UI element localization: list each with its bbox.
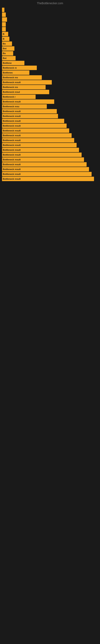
bar-label: Bottleneck result: [3, 100, 21, 103]
bar: Bottleneck result: [2, 143, 77, 147]
bar-label: Bottleneck result: [3, 154, 21, 156]
bar-row: [2, 12, 100, 17]
bar-row: Bottleneck res: [2, 75, 100, 80]
bar-label: Bottleneck result: [3, 173, 21, 175]
bar: Bot: [2, 56, 16, 60]
bar: Bottleneck result: [2, 100, 54, 104]
bar-row: Bottleneck result: [2, 80, 100, 84]
bar-row: Bottleneck result: [2, 114, 100, 118]
bar: [2, 12, 6, 17]
bar-row: Bot: [2, 46, 100, 51]
bar-label: Bottleneck result: [3, 149, 21, 151]
bar: Bottleneck result: [2, 177, 94, 181]
bar: Bottleneck result: [2, 162, 87, 167]
bar-row: Bottlenec: [2, 70, 100, 75]
bars-container: BBBoBotBoBotBottleneBottleneck reBottlen…: [0, 6, 100, 184]
bar-row: B: [2, 32, 100, 36]
bar-row: Bot: [2, 56, 100, 60]
bar-row: Bottleneck result: [2, 128, 100, 133]
bar-row: Bottleneck result: [2, 143, 100, 147]
bar: Bo: [2, 42, 12, 46]
bar-row: Bottleneck result: [2, 162, 100, 167]
bar-row: Bottleneck result: [2, 148, 100, 152]
bar-row: Bottlene: [2, 61, 100, 65]
bar-row: Bottleneck result: [2, 100, 100, 104]
bar-label: Bottleneck result: [3, 124, 21, 127]
bar-label: Bottleneck resul: [3, 91, 20, 93]
bar-row: [2, 17, 100, 22]
bar: Bottleneck res: [2, 75, 42, 80]
bar-label: Bottleneck result: [3, 120, 21, 122]
bar: [2, 17, 7, 22]
bar-label: Bottleneck result: [3, 178, 21, 180]
bar-label: Bo: [3, 42, 6, 45]
bar: [2, 27, 6, 32]
bar-row: Bottleneck resu: [2, 104, 100, 109]
bar: Bottleneck result: [2, 133, 72, 138]
bar-label: Bottleneck result: [3, 163, 21, 166]
bar-label: Bottleneck result: [3, 81, 21, 84]
bar-row: Bottleneck result: [2, 109, 100, 114]
bar: Bottleneck r: [2, 94, 36, 99]
bar-row: Bottleneck result: [2, 158, 100, 162]
bar-label: Bottleneck result: [3, 130, 21, 132]
bar-row: Bottleneck res: [2, 85, 100, 89]
bar-label: Bottleneck result: [3, 144, 21, 146]
bar: Bottleneck result: [2, 167, 89, 172]
bar-row: Bottleneck result: [2, 133, 100, 138]
bar-row: Bo: [2, 51, 100, 56]
bar-label: Bottleneck result: [3, 110, 21, 112]
bar: Bottleneck result: [2, 172, 92, 176]
bar-label: Bo: [3, 52, 6, 54]
site-title: TheBottlenecker.com: [0, 0, 100, 6]
bar: Bottleneck re: [2, 66, 37, 70]
bar: Bottleneck result: [2, 128, 69, 133]
bar: Bottleneck resu: [2, 104, 47, 109]
bar-label: Bottleneck res: [3, 86, 18, 88]
bar: [2, 22, 6, 26]
bar-label: Bottleneck result: [3, 115, 21, 117]
bar: Bottlene: [2, 61, 24, 65]
bar: Bottleneck result: [2, 152, 82, 157]
bar-row: Bottleneck result: [2, 172, 100, 176]
bar-row: Bottleneck result: [2, 138, 100, 142]
bar-label: Bottleneck result: [3, 168, 21, 170]
bar-label: Bottleneck resu: [3, 105, 19, 108]
bar: B: [2, 32, 8, 36]
bar-row: Bottleneck result: [2, 152, 100, 157]
bar: [2, 8, 4, 12]
bar-label: Bottlene: [3, 62, 12, 64]
bar-row: Bottleneck resul: [2, 90, 100, 94]
bar: Bottleneck result: [2, 158, 84, 162]
bar: Bottleneck res: [2, 85, 46, 89]
bar-row: Bottleneck result: [2, 124, 100, 128]
bar: Bottleneck result: [2, 119, 64, 123]
bar-row: [2, 22, 100, 26]
bar-row: [2, 27, 100, 32]
bar-label: Bottlenec: [3, 72, 13, 74]
bar-label: Bottleneck res: [3, 76, 18, 79]
bar-label: Bot: [3, 47, 6, 50]
bar-row: B: [2, 37, 100, 41]
bar: Bottleneck result: [2, 109, 57, 114]
bar: Bottlenec: [2, 70, 29, 75]
bar-row: Bottleneck result: [2, 167, 100, 172]
bar: Bottleneck resul: [2, 90, 49, 94]
bar-label: Bottleneck result: [3, 158, 21, 161]
bar-row: Bottleneck result: [2, 119, 100, 123]
bar: Bottleneck result: [2, 80, 52, 84]
bar-row: Bottleneck re: [2, 66, 100, 70]
bar-label: B: [3, 38, 4, 40]
bar-row: [2, 8, 100, 12]
bar-label: Bot: [3, 57, 6, 59]
bar: Bo: [2, 51, 13, 56]
bar-label: Bottleneck r: [3, 96, 16, 98]
bar-label: B: [3, 33, 4, 35]
bar: Bottleneck result: [2, 138, 74, 142]
bar: B: [2, 37, 9, 41]
bar-label: Bottleneck result: [3, 134, 21, 137]
bar: Bottleneck result: [2, 124, 67, 128]
bar-row: Bottleneck result: [2, 177, 100, 181]
bar-label: Bottleneck re: [3, 66, 17, 69]
bar: Bottleneck result: [2, 114, 58, 118]
